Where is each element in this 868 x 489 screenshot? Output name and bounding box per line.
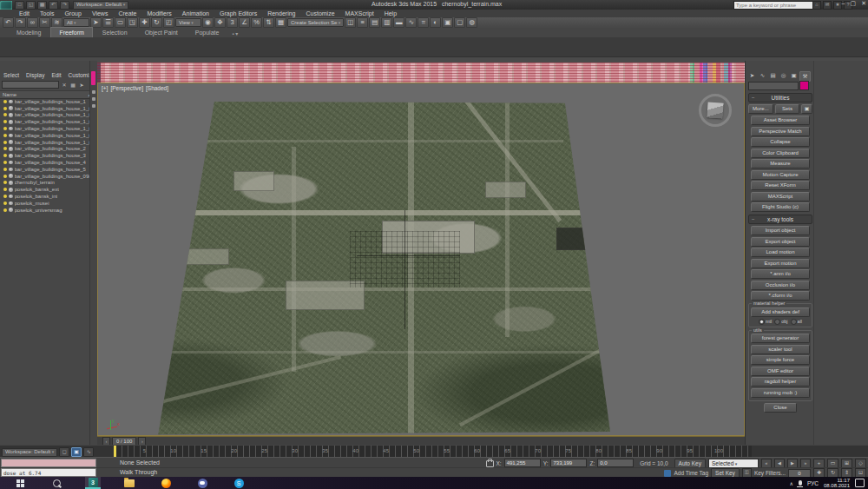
minimize-button[interactable]: – <box>842 0 845 7</box>
action-center-icon[interactable] <box>855 479 865 487</box>
field-of-view-icon[interactable]: ◇ <box>855 459 866 468</box>
configure-button-sets-icon[interactable]: ▣ <box>801 104 812 114</box>
scene-explorer-search-input[interactable] <box>2 81 59 89</box>
material-scope-radio[interactable]: obj <box>774 319 787 325</box>
visibility-bulb-icon[interactable] <box>3 154 7 157</box>
utility-button[interactable]: Motion Capture <box>751 170 810 180</box>
visibility-bulb-icon[interactable] <box>3 161 7 164</box>
menu-item[interactable]: Group <box>59 10 86 17</box>
coordinate-y-field[interactable]: 733,199 <box>550 459 587 467</box>
edit-named-selection-sets-icon[interactable]: ▦ <box>275 17 286 28</box>
redo-quick-icon[interactable]: ↷ <box>60 1 69 10</box>
scene-object-row[interactable]: poselok_universmag <box>0 207 90 214</box>
select-and-move-icon[interactable]: ✚ <box>139 17 150 28</box>
scene-object-row[interactable]: bar_village_buildings_house_1_int_1_len.… <box>0 139 90 146</box>
window-crossing-icon[interactable]: ◳ <box>127 17 138 28</box>
tray-expand-icon[interactable]: ∧ <box>790 480 793 486</box>
visibility-bulb-icon[interactable] <box>3 195 7 198</box>
scene-object-row[interactable]: bar_village_buildings_house_1_int_1_len.… <box>0 118 90 125</box>
time-slider[interactable]: 0 / 100 <box>112 437 136 446</box>
coordinate-z-field[interactable]: 0,0 <box>597 459 634 467</box>
selection-lock-icon[interactable]: ▣ <box>71 447 82 457</box>
taskbar-search-button[interactable] <box>49 477 64 489</box>
select-tool-icon[interactable]: ➤ <box>78 82 85 89</box>
auto-key-button[interactable]: Auto Key <box>674 459 706 468</box>
xray-tool-button[interactable]: Import object <box>751 226 810 235</box>
graphite-ribbon-toggle-icon[interactable]: ▬ <box>393 17 404 28</box>
utils-button[interactable]: forest generator <box>751 334 810 343</box>
coordinate-x-field[interactable]: 491,255 <box>504 459 541 467</box>
lock-selection-icon[interactable] <box>486 460 494 467</box>
select-and-scale-icon[interactable]: ◰ <box>163 17 174 28</box>
viewport-menu-shading[interactable]: [Shaded] <box>146 85 168 91</box>
visibility-bulb-icon[interactable] <box>3 175 7 178</box>
scene-object-row[interactable]: chernobyl_terrain <box>0 180 90 187</box>
menu-item[interactable]: Animation <box>177 10 214 17</box>
close-button[interactable]: ✕ <box>861 0 866 7</box>
scene-object-row[interactable]: bar_village_buildings_house_1 <box>0 98 90 105</box>
isolate-selection-icon[interactable]: ◻ <box>59 447 69 457</box>
infocenter-search-input[interactable]: Type a keyword or phrase <box>733 1 813 10</box>
workspace-dropdown-bottom[interactable]: Workspace: Default <box>2 448 57 457</box>
schematic-view-icon[interactable]: ⌗ <box>418 17 429 28</box>
use-pivot-center-icon[interactable]: ◉ <box>202 17 214 28</box>
favorites-icon[interactable]: ★ <box>833 1 842 10</box>
track-bar-ruler[interactable]: 5101520253035404550556065707580859095100 <box>115 446 752 458</box>
utils-button[interactable]: ragdoll helper <box>751 377 810 387</box>
visibility-bulb-icon[interactable] <box>3 202 7 205</box>
visibility-bulb-icon[interactable] <box>3 168 7 171</box>
visibility-bulb-icon[interactable] <box>3 181 7 184</box>
taskbar-firefox-button[interactable] <box>158 477 174 489</box>
xray-tool-button[interactable]: *.anm i/o <box>751 269 810 279</box>
create-tab-icon[interactable]: ➤ <box>747 71 757 80</box>
communication-center-icon[interactable]: ✉ <box>823 1 832 10</box>
scene-object-row[interactable]: bar_village_buildings_house_5 <box>0 166 90 173</box>
select-by-name-icon[interactable]: ☰ <box>102 17 114 28</box>
key-set-dropdown[interactable]: Selected <box>708 459 759 468</box>
scene-explorer-menu-item[interactable]: Select <box>0 71 23 79</box>
microphone-icon[interactable] <box>799 480 802 486</box>
save-file-icon[interactable]: ▦ <box>37 1 47 10</box>
taskbar-skype-button[interactable]: S <box>231 477 247 489</box>
scene-object-row[interactable]: bar_village_buildings_house_098 <box>0 173 90 180</box>
xray-tool-button[interactable]: Export object <box>751 237 810 247</box>
utility-button[interactable]: Collapse <box>751 137 810 147</box>
go-to-end-icon[interactable]: » <box>800 459 811 468</box>
scene-explorer-menu-item[interactable]: Edit <box>48 71 64 79</box>
rendered-frame-icon[interactable]: ▢ <box>454 17 465 28</box>
material-scope-radio[interactable]: mtl <box>759 319 772 325</box>
visibility-bulb-icon[interactable] <box>3 120 7 123</box>
radio-icon[interactable] <box>759 319 765 325</box>
visibility-bulb-icon[interactable] <box>3 113 7 116</box>
menu-item[interactable]: MAXScript <box>340 10 379 17</box>
explorer-tool-icon[interactable] <box>92 104 95 108</box>
reference-coordinate-dropdown[interactable]: View <box>175 18 201 27</box>
scene-object-row[interactable]: bar_village_buildings_house_1_int_1_len.… <box>0 105 90 112</box>
previous-frame-icon[interactable]: ◀ <box>774 459 785 468</box>
workspace-dropdown[interactable]: Workspace: Default <box>73 1 128 10</box>
utility-button[interactable]: Color Clipboard <box>751 149 810 158</box>
application-menu-icon[interactable] <box>0 1 12 10</box>
utils-button[interactable]: simple force <box>751 355 810 365</box>
xray-tool-button[interactable]: Load motion <box>751 248 810 257</box>
scene-object-row[interactable]: bar_village_buildings_house_3 <box>0 152 90 159</box>
more-utilities-button[interactable]: More... <box>748 104 773 114</box>
render-production-icon[interactable]: ◍ <box>466 17 477 28</box>
visibility-bulb-icon[interactable] <box>3 127 7 130</box>
time-slider-prev-icon[interactable]: ‹ <box>102 437 110 446</box>
menu-item[interactable]: Modifiers <box>141 10 176 17</box>
curve-editor-icon[interactable]: ∿ <box>405 17 417 28</box>
unlink-selection-icon[interactable]: ✂ <box>39 17 50 28</box>
open-file-icon[interactable]: ◱ <box>26 1 36 10</box>
visibility-bulb-icon[interactable] <box>3 100 7 103</box>
new-file-icon[interactable]: □ <box>15 1 24 10</box>
hierarchy-tab-icon[interactable]: ▤ <box>768 71 778 80</box>
menu-item[interactable]: Views <box>87 10 114 17</box>
visibility-bulb-icon[interactable] <box>3 141 7 144</box>
menu-item[interactable]: Help <box>379 10 402 17</box>
zoom-icon[interactable]: + <box>813 459 825 468</box>
zoom-window-icon[interactable]: ▭ <box>827 459 838 468</box>
visibility-bulb-icon[interactable] <box>3 188 7 191</box>
menu-item[interactable]: Create <box>113 10 141 17</box>
scene-object-row[interactable]: bar_village_buildings_house_1_int_1_len.… <box>0 132 90 139</box>
